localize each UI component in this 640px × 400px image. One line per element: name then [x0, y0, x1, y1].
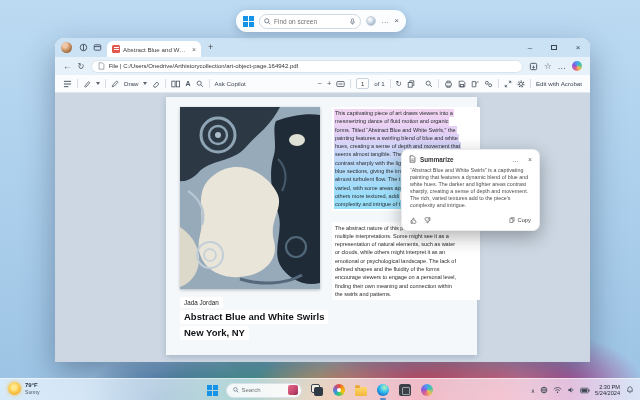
file-icon [98, 62, 105, 70]
summarize-close-icon[interactable]: × [528, 156, 532, 163]
fullscreen-icon[interactable] [504, 80, 512, 88]
address-pill[interactable]: File | C:/Users/Onedrive/Arthistorycolle… [91, 60, 523, 73]
search-highlight-thumbnail[interactable] [288, 385, 298, 395]
start-button[interactable] [207, 385, 218, 396]
taskbar-app-photos[interactable] [332, 383, 346, 397]
save-as-icon[interactable] [471, 80, 479, 88]
microphone-icon[interactable] [349, 18, 356, 25]
window-maximize-button[interactable] [542, 38, 566, 57]
find-on-screen-input-pill[interactable] [259, 14, 361, 29]
artwork-location: New York, NY [180, 326, 249, 340]
find-in-document-icon[interactable] [425, 80, 433, 88]
more-options-icon[interactable]: … [381, 17, 389, 25]
volume-icon[interactable] [567, 386, 575, 394]
artwork-title: Abstract Blue and White Swirls [180, 310, 328, 324]
summarize-more-icon[interactable]: … [512, 156, 519, 163]
window-minimize-button[interactable]: – [518, 38, 542, 57]
taskbar-search-box[interactable] [226, 383, 302, 398]
desktop: … × Abstract Blue and White Swirls by J … [0, 0, 640, 400]
text-line: emotional or psychological landscape. Th… [334, 257, 457, 265]
back-icon[interactable]: ← [63, 62, 72, 71]
edge-icon [377, 384, 389, 396]
text-line: or clouds, while others might interpret … [334, 248, 446, 256]
ask-copilot-button[interactable]: Ask Copilot [215, 80, 246, 87]
task-view-button[interactable] [310, 383, 324, 397]
more-tools-icon[interactable] [484, 80, 493, 88]
taskbar-app-copilot[interactable] [420, 383, 434, 397]
highlighted-line: This captivating piece of art draws view… [334, 109, 454, 117]
settings-more-icon[interactable]: … [558, 62, 567, 71]
read-aloud-icon[interactable]: A [185, 80, 190, 87]
text-line: multiple interpretations. Some might see… [334, 232, 450, 240]
print-icon[interactable] [444, 80, 453, 88]
system-tray: ∧ 2:30 PM 5/24/2024 [531, 379, 635, 400]
new-tab-button[interactable]: + [208, 43, 213, 52]
zoom-out-icon[interactable]: − [318, 79, 322, 88]
highlighted-line: mesmerizing dance of fluid motion and or… [334, 117, 449, 125]
language-globe-icon[interactable] [540, 386, 548, 394]
active-tab[interactable]: Abstract Blue and White Swirls by J × [107, 41, 201, 57]
notification-bell-button[interactable] [625, 386, 635, 394]
draw-label[interactable]: Draw [124, 80, 138, 87]
close-find-bar-icon[interactable]: × [394, 17, 399, 25]
pdf-toolbar-right: Edit with Acrobat [425, 79, 582, 88]
copy-page-icon[interactable] [407, 80, 415, 88]
search-document-icon[interactable] [196, 80, 204, 88]
taskbar-search-input[interactable] [242, 387, 285, 393]
battery-icon[interactable] [580, 387, 590, 394]
tab-title: Abstract Blue and White Swirls by J [123, 46, 189, 53]
edge-copilot-icon[interactable] [572, 61, 582, 71]
summarize-popup-title: Summarize [420, 156, 503, 163]
edit-with-acrobat-button[interactable]: Edit with Acrobat [536, 80, 582, 87]
text-line: defined shapes and the fluidity of the f… [334, 265, 440, 273]
refresh-icon[interactable]: ↻ [78, 62, 85, 71]
summarize-popup-header: Summarize … × [402, 150, 539, 165]
zoom-in-icon[interactable]: + [327, 79, 331, 88]
pdf-settings-gear-icon[interactable] [517, 80, 525, 88]
summarize-popup: Summarize … × “Abstract Blue and White S… [401, 149, 540, 231]
taskbar-app-terminal[interactable] [398, 383, 412, 397]
wifi-icon[interactable] [553, 386, 562, 394]
tray-date: 5/24/2024 [595, 390, 620, 397]
tray-chevron-up-icon[interactable]: ∧ [531, 387, 535, 394]
highlight-dropdown-icon[interactable] [96, 82, 100, 85]
summarize-popup-body: “Abstract Blue and White Swirls” is a ca… [402, 165, 539, 212]
rotate-icon[interactable]: ↻ [396, 79, 402, 88]
taskbar-app-edge[interactable] [376, 383, 390, 397]
favorites-bar-icon[interactable] [529, 62, 538, 71]
photos-icon [333, 384, 345, 396]
favorites-star-icon[interactable]: ☆ [544, 62, 552, 71]
highlight-tool-icon[interactable] [83, 80, 91, 88]
summarize-popup-footer: Copy [402, 212, 539, 230]
eraser-icon[interactable] [152, 80, 160, 88]
taskbar-search-icon [233, 387, 239, 393]
page-total-label: of 1 [374, 80, 384, 87]
highlighted-line: forms. Titled “Abstract Blue and White S… [334, 126, 457, 134]
pdf-file-icon [112, 45, 120, 53]
save-icon[interactable] [458, 80, 466, 88]
copilot-icon [421, 384, 433, 396]
taskbar-app-file-explorer[interactable] [354, 383, 368, 397]
fit-to-width-icon[interactable] [336, 80, 345, 88]
page-view-icon[interactable] [171, 80, 180, 88]
clock-widget[interactable]: 2:30 PM 5/24/2024 [595, 384, 620, 397]
copy-button[interactable]: Copy [509, 217, 531, 223]
find-on-screen-input[interactable] [274, 18, 346, 25]
find-on-screen-bar: … × [236, 10, 406, 32]
thumbs-down-icon[interactable] [424, 217, 431, 224]
tab-actions-menu-icon[interactable] [91, 42, 103, 54]
page-number-input[interactable] [356, 78, 369, 89]
draw-pen-icon[interactable] [111, 80, 119, 88]
text-line: The abstract nature of this p [334, 224, 404, 232]
thumbs-up-icon[interactable] [410, 217, 417, 224]
profile-avatar[interactable] [61, 42, 72, 53]
table-of-contents-icon[interactable] [63, 80, 72, 88]
tab-close-icon[interactable]: × [192, 46, 196, 53]
copy-icon [509, 217, 515, 223]
search-icon [264, 18, 271, 25]
draw-dropdown-icon[interactable] [143, 82, 147, 85]
highlighted-line: others more textured, addi [334, 192, 400, 200]
window-close-button[interactable]: × [566, 38, 590, 57]
copilot-orb-icon[interactable] [366, 16, 376, 26]
workspaces-icon[interactable] [77, 42, 89, 54]
